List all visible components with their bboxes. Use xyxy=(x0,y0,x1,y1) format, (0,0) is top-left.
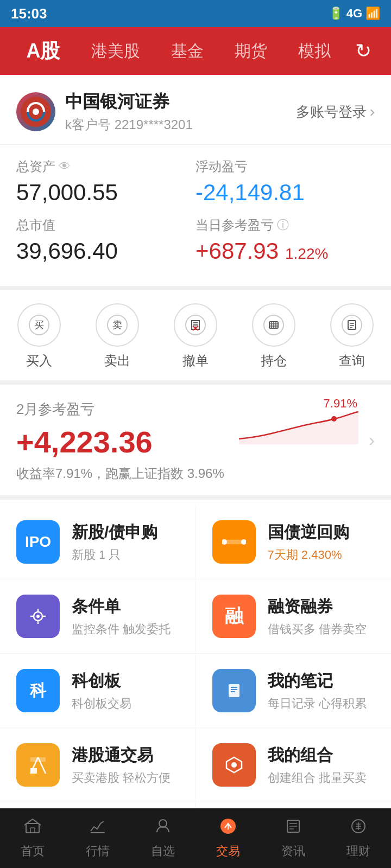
multi-account-button[interactable]: 多账号登录 › xyxy=(296,103,375,122)
svg-rect-27 xyxy=(224,540,244,544)
service-hkstock[interactable]: 港股通交易 买卖港股 轻松方便 xyxy=(0,728,196,802)
ipo-name: 新股/债申购 xyxy=(72,521,157,544)
floating-pnl-value: -24,149.81 xyxy=(195,180,375,206)
bottom-nav: 首页 行情 自选 交易 xyxy=(0,808,391,868)
service-kechuang[interactable]: 科 科创板 科创板交易 xyxy=(0,654,196,727)
query-icon xyxy=(330,303,374,347)
monthly-pnl-section[interactable]: 2月参考盈亏 +4,223.36 收益率7.91%，跑赢上证指数 3.96% 7… xyxy=(0,385,391,500)
total-assets-value: 57,000.55 xyxy=(16,180,195,206)
daily-pnl: 当日参考盈亏 ⓘ +687.93 1.22% xyxy=(195,216,375,264)
total-market-cap-label: 总市值 xyxy=(16,216,195,234)
notes-icon xyxy=(212,669,256,712)
buy-button[interactable]: 买 买入 xyxy=(17,303,61,369)
service-row-4: 港股通交易 买卖港股 轻松方便 我的组合 创建组合 批量买卖 xyxy=(0,728,391,802)
service-row-1: IPO 新股/债申购 新股 1 只 国债逆回购 7天期 2.430% xyxy=(0,505,391,579)
refresh-button[interactable]: ↻ xyxy=(355,40,371,62)
svg-point-49 xyxy=(231,762,237,768)
broker-info: 中国银河证券 k客户号 2219****3201 xyxy=(65,90,193,133)
kechuang-desc: 科创板交易 xyxy=(72,695,131,712)
myportfolio-name: 我的组合 xyxy=(268,744,367,767)
nav-market[interactable]: 行情 xyxy=(86,817,110,859)
kechuang-icon: 科 xyxy=(16,669,60,712)
svg-point-36 xyxy=(36,615,40,618)
home-icon xyxy=(23,817,42,840)
service-tbond[interactable]: 国债逆回购 7天期 2.430% xyxy=(196,505,392,579)
account-info: 中国银河证券 k客户号 2219****3201 xyxy=(16,90,193,133)
top-nav: A股 港美股 基金 期货 模拟 ↻ xyxy=(0,27,391,75)
nav-simulation[interactable]: 模拟 xyxy=(292,36,337,67)
kechuang-name: 科创板 xyxy=(72,670,131,692)
hkstock-icon xyxy=(16,743,60,787)
nav-hk-us[interactable]: 港美股 xyxy=(85,36,147,67)
query-label: 查询 xyxy=(339,352,365,369)
watchlist-icon xyxy=(154,817,172,840)
watchlist-label: 自选 xyxy=(151,843,175,859)
daily-pnl-value: +687.93 xyxy=(195,238,279,264)
hkstock-name: 港股通交易 xyxy=(72,744,171,767)
notes-desc: 每日记录 心得积累 xyxy=(268,695,367,712)
svg-point-1 xyxy=(33,108,39,115)
svg-rect-56 xyxy=(91,832,105,833)
nav-trade[interactable]: 交易 xyxy=(216,817,240,859)
news-icon xyxy=(284,817,302,840)
svg-text:卖: 卖 xyxy=(112,320,122,330)
status-time: 15:03 xyxy=(11,5,47,22)
cancel-icon xyxy=(174,303,217,347)
daily-pnl-pct: 1.22% xyxy=(285,245,328,263)
eye-icon[interactable]: 👁 xyxy=(59,159,71,174)
sell-button[interactable]: 卖 卖出 xyxy=(96,303,139,369)
buy-label: 买入 xyxy=(26,352,52,369)
cancel-label: 撤单 xyxy=(182,352,209,369)
nav-home[interactable]: 首页 xyxy=(21,817,45,859)
nav-futures[interactable]: 期货 xyxy=(228,36,274,67)
cancel-order-button[interactable]: 撤单 xyxy=(174,303,217,369)
multi-account-label: 多账号登录 xyxy=(296,103,367,122)
myportfolio-info: 我的组合 创建组合 批量买卖 xyxy=(268,744,367,786)
action-section: 买 买入 卖 卖出 撤单 xyxy=(0,290,391,385)
position-icon xyxy=(252,303,295,347)
condition-info: 条件单 监控条件 触发委托 xyxy=(72,596,171,637)
position-button[interactable]: 持仓 xyxy=(252,303,295,369)
stats-row-1: 总资产 👁 57,000.55 浮动盈亏 -24,149.81 xyxy=(16,158,375,206)
account-section: 中国银河证券 k客户号 2219****3201 多账号登录 › xyxy=(0,75,391,145)
market-label: 行情 xyxy=(86,843,110,859)
sell-icon: 卖 xyxy=(96,303,139,347)
buy-icon: 买 xyxy=(17,303,61,347)
ipo-info: 新股/债申购 新股 1 只 xyxy=(72,521,157,563)
nav-news[interactable]: 资讯 xyxy=(281,817,305,859)
nav-wealth[interactable]: 理财 xyxy=(346,817,370,859)
hkstock-desc: 买卖港股 轻松方便 xyxy=(72,770,171,786)
service-myportfolio[interactable]: 我的组合 创建组合 批量买卖 xyxy=(196,728,392,802)
tbond-info: 国债逆回购 7天期 2.430% xyxy=(268,521,349,563)
query-button[interactable]: 查询 xyxy=(330,303,374,369)
floating-pnl: 浮动盈亏 -24,149.81 xyxy=(195,158,375,206)
stats-row-2: 总市值 39,696.40 当日参考盈亏 ⓘ +687.93 1.22% xyxy=(16,216,375,264)
svg-rect-42 xyxy=(26,753,50,777)
service-condition[interactable]: 条件单 监控条件 触发委托 xyxy=(0,579,196,653)
nav-fund[interactable]: 基金 xyxy=(165,36,210,67)
battery-icon: 🔋 xyxy=(329,7,343,21)
info-icon[interactable]: ⓘ xyxy=(277,217,289,233)
service-row-3: 科 科创板 科创板交易 我的笔记 每日记录 心得积累 xyxy=(0,654,391,728)
market-icon xyxy=(89,817,107,840)
chevron-right-icon: › xyxy=(370,103,375,120)
broker-name: 中国银河证券 xyxy=(65,90,193,114)
status-bar-right: 🔋 4G 📶 xyxy=(329,7,380,21)
news-label: 资讯 xyxy=(281,843,305,859)
tbond-icon xyxy=(212,520,256,564)
monthly-subtitle: 收益率7.91%，跑赢上证指数 3.96% xyxy=(16,465,375,482)
wealth-icon xyxy=(349,817,368,840)
service-margin[interactable]: 融 融资融券 借钱买多 借券卖空 xyxy=(196,579,392,653)
daily-pnl-value-row: +687.93 1.22% xyxy=(195,238,375,264)
tbond-desc: 7天期 2.430% xyxy=(268,547,349,563)
service-notes[interactable]: 我的笔记 每日记录 心得积累 xyxy=(196,654,392,727)
nav-a-shares[interactable]: A股 xyxy=(20,34,67,69)
tbond-name: 国债逆回购 xyxy=(268,521,349,544)
trade-label: 交易 xyxy=(216,843,240,859)
service-ipo[interactable]: IPO 新股/债申购 新股 1 只 xyxy=(0,505,196,579)
broker-logo xyxy=(16,92,55,131)
nav-watchlist[interactable]: 自选 xyxy=(151,817,175,859)
total-market-cap-value: 39,696.40 xyxy=(16,238,195,264)
portfolio-section: 总资产 👁 57,000.55 浮动盈亏 -24,149.81 总市值 39,6… xyxy=(0,145,391,290)
margin-desc: 借钱买多 借券卖空 xyxy=(268,621,367,637)
